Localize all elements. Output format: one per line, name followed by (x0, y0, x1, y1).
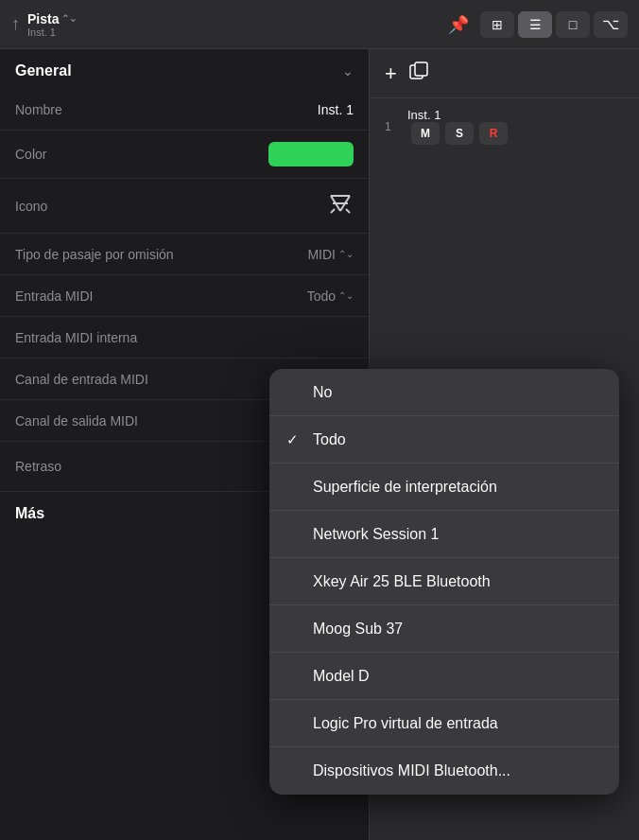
track-info: Pista ⌃⌄ Inst. 1 (27, 11, 77, 38)
general-title: General (15, 62, 72, 79)
canal-entrada-label: Canal de entrada MIDI (15, 372, 148, 387)
dropdown-label-xkey: Xkey Air 25 BLE Bluetooth (313, 573, 491, 590)
entrada-midi-interna-label: Entrada MIDI interna (15, 330, 137, 345)
track-subtitle: Inst. 1 (27, 26, 77, 38)
check-superficie (286, 479, 303, 495)
dropdown-item-superficie[interactable]: Superficie de interpretación (269, 464, 619, 511)
general-section-header: General ⌄ (0, 49, 369, 89)
check-no (286, 384, 303, 400)
pin-button[interactable]: 📌 (440, 10, 476, 39)
svg-line-4 (331, 209, 335, 213)
track-controls: M S R (411, 122, 508, 145)
top-toolbar: ↑ Pista ⌃⌄ Inst. 1 📌 ⊞ ☰ □ ⌥ (0, 0, 639, 49)
toolbar-right: 📌 ⊞ ☰ □ ⌥ (440, 10, 628, 39)
icono-row: Icono (0, 179, 369, 234)
track-strip: 1 Inst. 1 M S R (370, 98, 639, 154)
mas-label: Más (15, 505, 44, 521)
entrada-midi-interna-row: Entrada MIDI interna (0, 317, 369, 359)
svg-rect-7 (415, 62, 427, 76)
check-logic (286, 715, 303, 731)
dropdown-item-todo[interactable]: ✓ Todo (269, 416, 619, 464)
dropdown-label-network: Network Session 1 (313, 526, 439, 543)
retraso-label: Retraso (15, 459, 61, 474)
tipo-pasaje-row: Tipo de pasaje por omisión MIDI ⌃⌄ (0, 234, 369, 275)
track-name-label: Pista ⌃⌄ (27, 11, 77, 26)
check-moog (286, 621, 303, 637)
dropdown-label-modeld: Model D (313, 668, 370, 685)
nombre-label: Nombre (15, 102, 62, 117)
list-view-button[interactable]: ☰ (518, 11, 552, 38)
check-todo: ✓ (286, 431, 303, 448)
nombre-value[interactable]: Inst. 1 (318, 102, 354, 117)
color-label: Color (15, 147, 46, 162)
entrada-midi-label: Entrada MIDI (15, 289, 93, 304)
color-swatch[interactable] (268, 142, 354, 166)
tipo-pasaje-label: Tipo de pasaje por omisión (15, 247, 174, 262)
dropdown-label-todo: Todo (313, 431, 346, 448)
dropdown-item-no[interactable]: No (269, 369, 619, 416)
add-track-button[interactable]: + (385, 61, 397, 86)
tipo-pasaje-value[interactable]: MIDI ⌃⌄ (307, 247, 354, 262)
dropdown-item-logic[interactable]: Logic Pro virtual de entrada (269, 700, 619, 747)
duplicate-button[interactable] (408, 61, 429, 86)
dropdown-item-moog[interactable]: Moog Sub 37 (269, 605, 619, 653)
record-button[interactable]: R (479, 122, 508, 145)
dropdown-label-logic: Logic Pro virtual de entrada (313, 715, 498, 732)
icono-preview[interactable] (327, 190, 354, 221)
track-name-text: Pista (27, 11, 59, 26)
entrada-midi-row: Entrada MIDI Todo ⌃⌄ (0, 275, 369, 317)
dropdown-label-superficie: Superficie de interpretación (313, 479, 497, 496)
nombre-row: Nombre Inst. 1 (0, 89, 369, 131)
svg-line-5 (346, 209, 350, 213)
dropdown-item-network[interactable]: Network Session 1 (269, 511, 619, 558)
canal-salida-label: Canal de salida MIDI (15, 413, 138, 429)
dropdown-label-moog: Moog Sub 37 (313, 621, 403, 638)
entrada-midi-value[interactable]: Todo ⌃⌄ (307, 289, 354, 304)
midi-input-dropdown: No ✓ Todo Superficie de interpretación N… (269, 369, 619, 795)
dropdown-item-xkey[interactable]: Xkey Air 25 BLE Bluetooth (269, 558, 619, 605)
dropdown-item-bluetooth[interactable]: Dispositivos MIDI Bluetooth... (269, 747, 619, 795)
window-button[interactable]: □ (556, 11, 590, 38)
toolbar-left: ↑ Pista ⌃⌄ Inst. 1 (11, 11, 440, 38)
dropdown-item-modeld[interactable]: Model D (269, 653, 619, 700)
track-strip-name: Inst. 1 (407, 108, 508, 122)
check-xkey (286, 573, 303, 589)
track-chevrons: ⌃⌄ (61, 13, 77, 24)
check-network (286, 526, 303, 542)
icono-label: Icono (15, 199, 47, 214)
mute-button[interactable]: M (411, 122, 440, 145)
track-strip-info: Inst. 1 M S R (407, 108, 508, 145)
solo-button[interactable]: S (445, 122, 474, 145)
right-top-bar: + (370, 49, 639, 98)
check-bluetooth (286, 763, 303, 779)
check-modeld (286, 668, 303, 684)
track-number: 1 (385, 120, 400, 133)
back-icon[interactable]: ↑ (11, 14, 20, 34)
dropdown-label-bluetooth: Dispositivos MIDI Bluetooth... (313, 762, 510, 779)
grid-view-button[interactable]: ⊞ (480, 11, 514, 38)
color-row: Color (0, 131, 369, 179)
routing-button[interactable]: ⌥ (594, 11, 628, 38)
general-chevron[interactable]: ⌄ (342, 63, 354, 79)
dropdown-label-no: No (313, 384, 332, 401)
